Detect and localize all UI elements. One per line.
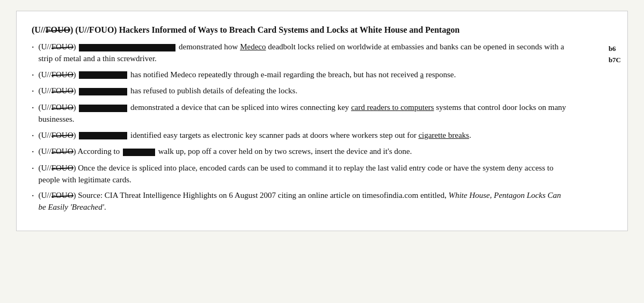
- bullet-dot: ·: [32, 146, 34, 158]
- redacted-block-1a: [79, 44, 175, 51]
- bullet-dot: ·: [32, 86, 34, 98]
- article-title: White House, Pentagon Locks Can be Easil…: [39, 191, 561, 211]
- bullet-content: (U//FOUO) demonstrated how Medeco deadbo…: [39, 41, 570, 65]
- list-item: · (U//FOUO) demonstrated a device that c…: [32, 102, 612, 125]
- classification-header: (U//FOUO): [32, 25, 73, 34]
- list-item: · (U//FOUO) Source: CIA Threat Intellige…: [32, 190, 612, 213]
- redacted-block-4a: [79, 105, 127, 112]
- classification-tag-2: (U//FOUO): [39, 70, 76, 79]
- label-b7c: b7C: [609, 55, 621, 66]
- bullet-dot: ·: [32, 190, 34, 202]
- underline-card-readers: card readers to computers: [351, 103, 434, 112]
- list-item: · (U//FOUO) demonstrated how Medeco dead…: [32, 41, 612, 65]
- bullet-content: (U//FOUO) identified easy targets as ele…: [39, 130, 570, 142]
- classification-tag-3: (U//FOUO): [39, 86, 76, 95]
- bullet-content: (U//FOUO) demonstrated a device that can…: [39, 102, 570, 125]
- medeco-link: Medeco: [240, 42, 266, 51]
- redacted-block-3a: [79, 88, 127, 95]
- classification-tag-5: (U//FOUO): [39, 131, 76, 139]
- classification-tag-8: (U//FOUO): [39, 191, 76, 199]
- classification-tag-1: (U//FOUO): [39, 42, 76, 51]
- redacted-block-5a: [79, 132, 127, 139]
- bullet-dot: ·: [32, 163, 34, 175]
- bullet-dot: ·: [32, 70, 34, 82]
- bullet-list: · (U//FOUO) demonstrated how Medeco dead…: [32, 41, 612, 213]
- bullet-dot: ·: [32, 102, 34, 114]
- list-item: · (U//FOUO) Once the device is spliced i…: [32, 162, 612, 186]
- document-container: (U//FOUO) (U//FOUO) Hackers Informed of …: [16, 11, 628, 231]
- bullet-dot: ·: [32, 42, 34, 54]
- list-item: · (U//FOUO) has refused to publish detai…: [32, 85, 612, 98]
- bullet-content: (U//FOUO) has notified Medeco repeatedly…: [39, 69, 570, 81]
- list-item: · (U//FOUO) According to walk up, pop of…: [32, 146, 612, 158]
- list-item: · (U//FOUO) identified easy targets as e…: [32, 130, 612, 142]
- redacted-block-6a: [123, 149, 155, 156]
- title-text: (U//FOUO) Hackers Informed of Ways to Br…: [75, 25, 459, 34]
- document-title: (U//FOUO) (U//FOUO) Hackers Informed of …: [32, 24, 612, 36]
- classification-tag-4: (U//FOUO): [39, 103, 76, 112]
- side-classification-labels: b6 b7C: [609, 43, 621, 66]
- list-item: · (U//FOUO) has notified Medeco repeated…: [32, 69, 612, 82]
- bullet-content: (U//FOUO) Once the device is spliced int…: [39, 162, 570, 186]
- classification-tag-6: (U//FOUO): [39, 147, 76, 156]
- redacted-block-2a: [79, 71, 127, 79]
- underline-a: a: [420, 70, 424, 79]
- bullet-dot: ·: [32, 130, 34, 142]
- underline-cigarette: cigarette breaks: [419, 131, 470, 139]
- bullet-content: (U//FOUO) has refused to publish details…: [39, 85, 570, 97]
- label-b6: b6: [609, 43, 621, 55]
- classification-tag-7: (U//FOUO): [39, 164, 76, 172]
- bullet-content: (U//FOUO) Source: CIA Threat Intelligenc…: [39, 190, 570, 213]
- bullet-content: (U//FOUO) According to walk up, pop off …: [39, 146, 570, 158]
